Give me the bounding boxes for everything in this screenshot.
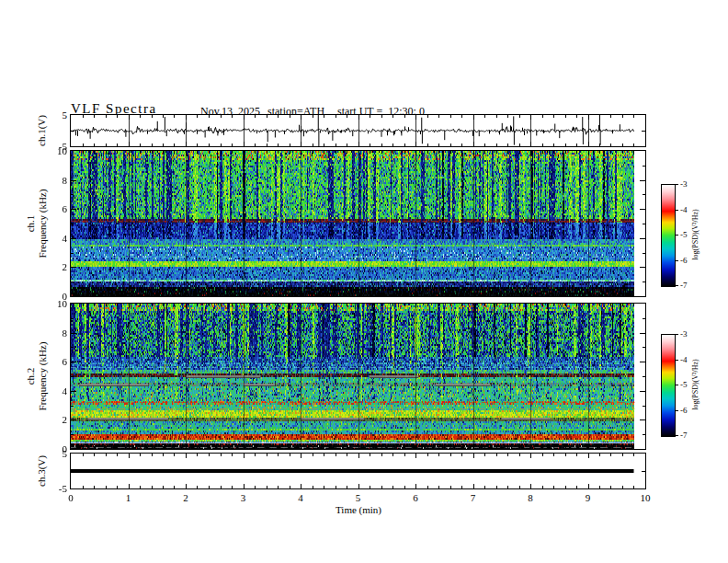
y-tick-label: 10 [43,298,67,309]
vlf-spectra-plot: VLF Spectra Nov.13, 2025 station=ATH sta… [0,0,728,563]
y-axis-label-ch2-frequency: ch.2 Frequency (kHz) [25,342,48,411]
x-tick-label: 3 [230,492,257,503]
colorbar-ch2-label: log(PSD)(V²/Hz) [691,359,700,409]
y-tick-label: 8 [43,327,67,339]
colorbar-tick-label: -3 [680,180,688,189]
x-tick-label: 2 [172,492,199,503]
x-tick-label: 4 [287,492,314,503]
colorbar-tick-label: -7 [680,431,688,440]
x-axis-title: Time (min) [336,504,381,515]
panel-ch1-spectrogram [70,150,646,297]
y-axis-label-ch2-line1: ch.2 [25,368,36,385]
y-tick-label: 6 [43,203,67,214]
ch1-spectrogram-canvas [71,151,645,296]
ch2-spectrogram-canvas [71,304,645,449]
y-tick-label: 2 [43,414,67,425]
colorbar-tick [675,260,678,261]
y-tick-label: 5 [43,109,67,121]
y-axis-label-ch1-frequency: ch.1 Frequency (kHz) [25,190,48,259]
colorbar-tick-label: -4 [680,356,688,364]
x-tick-label: 5 [345,492,372,503]
ch1-waveform-canvas [71,115,645,146]
y-tick-label: 10 [43,145,67,156]
colorbar-tick [675,235,678,236]
ch3-waveform-canvas [71,454,645,488]
x-tick-label: 6 [402,492,429,503]
colorbar-tick-label: -6 [680,257,688,265]
panel-ch3-waveform [70,453,646,489]
colorbar-tick [675,334,678,335]
y-tick-label: 8 [43,175,67,186]
colorbar-tick [675,285,678,286]
colorbar-tick [675,184,678,185]
colorbar-ch1 [661,184,676,287]
colorbar-ch1-label: log(PSD)(V²/Hz) [691,209,700,259]
x-tick-label: 9 [574,492,602,503]
colorbar-tick-label: -5 [680,231,688,239]
panel-ch1-waveform [70,114,646,147]
x-tick-label: 1 [115,492,142,503]
y-tick-label: 2 [43,261,67,272]
colorbar-tick [675,385,678,385]
colorbar-tick [675,210,678,211]
colorbar-tick [675,435,678,436]
x-tick-label: 0 [57,492,85,503]
y-axis-label-ch1-line2: Frequency (kHz) [37,190,48,259]
colorbar-tick [675,360,678,361]
x-tick-label: 8 [517,492,544,503]
x-tick-label: 7 [460,492,487,503]
y-tick-label: 5 [43,448,67,459]
y-axis-label-ch2-line2: Frequency (kHz) [37,342,48,411]
colorbar-tick-label: -7 [680,282,688,290]
y-axis-label-ch1-line1: ch.1 [25,215,36,233]
y-tick-label: 4 [43,385,67,396]
colorbar-tick [675,410,678,411]
panel-ch2-spectrogram [70,303,646,450]
y-tick-label: 4 [43,233,67,244]
y-tick-label: 6 [43,356,67,367]
colorbar-tick-label: -5 [680,381,688,389]
x-tick-label: 10 [631,492,659,503]
colorbar-tick-label: -6 [680,407,688,415]
y-axis-label-ch3-voltage: ch.3(V) [36,455,48,487]
colorbar-tick-label: -4 [680,206,688,214]
colorbar-ch2 [661,334,676,437]
colorbar-tick-label: -3 [680,330,688,339]
